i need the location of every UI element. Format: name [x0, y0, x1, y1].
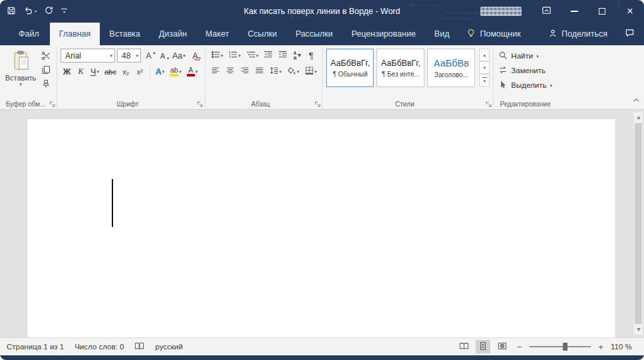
line-spacing-button[interactable]: ▾ [267, 65, 284, 79]
tab-mailings[interactable]: Рассылки [286, 23, 342, 45]
zoom-out-button[interactable]: − [514, 341, 525, 353]
style-normal[interactable]: АаБбВвГг, ¶ Обычный [326, 49, 374, 87]
font-color-swatch [187, 74, 195, 77]
redo-icon [44, 5, 54, 17]
select-button[interactable]: Выделить ▾ [497, 79, 554, 91]
clipboard-dialog-launcher[interactable] [48, 100, 56, 108]
zoom-slider[interactable] [530, 346, 591, 347]
feedback-button[interactable] [615, 23, 644, 45]
vertical-scrollbar[interactable] [633, 112, 643, 335]
tab-references[interactable]: Ссылки [238, 23, 286, 45]
maximize-button[interactable] [588, 0, 616, 23]
window-bottom-edge [0, 355, 644, 360]
font-color-button[interactable]: А ▾ [185, 65, 200, 79]
styles-group-label: Стили [323, 100, 486, 108]
clear-formatting-button[interactable]: А [189, 49, 202, 63]
save-button[interactable] [7, 6, 16, 17]
styles-scroll-up-button[interactable]: ▴ [479, 49, 490, 61]
font-size-dropdown-arrow: ▾ [136, 53, 138, 58]
share-button[interactable]: Поделиться [540, 23, 615, 45]
proofing-status-button[interactable] [134, 341, 144, 352]
tab-design[interactable]: Дизайн [150, 23, 196, 45]
format-painter-button[interactable] [39, 78, 53, 91]
shrink-font-button[interactable]: А▾ [156, 49, 169, 63]
bullets-dropdown-arrow: ▾ [221, 53, 224, 58]
minimize-button[interactable] [560, 0, 588, 23]
collapse-ribbon-button[interactable] [631, 94, 641, 107]
undo-button[interactable]: ▾ [23, 5, 37, 17]
style-normal-preview: АаБбВвГг, [331, 59, 370, 68]
align-left-button[interactable] [209, 65, 222, 79]
style-heading-1[interactable]: АаБбВв Заголово... [427, 49, 475, 87]
tab-file[interactable]: Файл [8, 23, 50, 45]
tab-home[interactable]: Главная [50, 23, 100, 45]
clipboard-group: Вставить ▾ [1, 47, 57, 109]
strikethrough-button[interactable]: abc [102, 65, 118, 79]
font-family-value: Arial [65, 51, 81, 61]
styles-scroll-down-button[interactable]: ▾ [479, 61, 490, 74]
font-dialog-launcher[interactable] [196, 100, 204, 108]
font-family-combo[interactable]: Arial ▾ [61, 49, 115, 63]
document-page[interactable] [27, 118, 616, 337]
shading-dropdown-arrow: ▾ [297, 69, 299, 74]
shading-button[interactable]: ▾ [285, 65, 301, 79]
paragraph-dialog-launcher[interactable] [313, 100, 321, 108]
increase-indent-button[interactable] [276, 49, 289, 63]
language-indicator[interactable]: русский [155, 343, 182, 351]
web-layout-button[interactable] [495, 340, 510, 353]
redo-button[interactable] [44, 5, 54, 17]
lightbulb-icon [466, 29, 476, 40]
bullets-button[interactable]: ▾ [209, 49, 226, 63]
show-paragraph-marks-button[interactable]: ¶ [305, 49, 317, 63]
customize-quick-access-button[interactable]: ▾ [61, 9, 67, 15]
scroll-down-button[interactable] [634, 325, 643, 335]
italic-button[interactable]: К [75, 65, 87, 79]
numbering-button[interactable]: ▾ [226, 49, 243, 63]
statusbar-right: − + 110 % [456, 340, 636, 353]
find-button[interactable]: Найти ▾ [497, 50, 554, 62]
underline-button[interactable]: Ч ▾ [88, 65, 101, 79]
font-size-combo[interactable]: 48 ▾ [117, 49, 141, 63]
borders-button[interactable]: ▾ [303, 65, 319, 79]
zoom-level[interactable]: 110 % [611, 343, 636, 351]
font-divider [150, 66, 150, 78]
zoom-in-button[interactable]: + [595, 341, 606, 353]
scroll-up-button[interactable] [634, 112, 643, 122]
sort-button[interactable]: АЯ [291, 49, 303, 63]
tab-layout[interactable]: Макет [196, 23, 238, 45]
styles-dialog-launcher[interactable] [484, 100, 492, 108]
ribbon-display-options-button[interactable] [532, 0, 560, 23]
word-count[interactable]: Число слов: 0 [75, 343, 124, 351]
bold-button[interactable]: Ж [61, 65, 73, 79]
tab-review[interactable]: Рецензирование [342, 23, 425, 45]
subscript-button[interactable]: x₂ [120, 65, 132, 79]
multilevel-list-button[interactable]: ▾ [244, 49, 261, 63]
zoom-slider-thumb[interactable] [563, 343, 567, 351]
read-mode-button[interactable] [456, 340, 471, 353]
align-center-button[interactable] [224, 65, 237, 79]
styles-more-button[interactable]: ▾ [479, 74, 490, 87]
decrease-indent-button[interactable] [261, 49, 275, 63]
replace-button[interactable]: Заменить [497, 65, 554, 77]
sort-letter-a: А [293, 51, 297, 55]
page-indicator[interactable]: Страница 1 из 1 [7, 343, 64, 351]
style-no-spacing[interactable]: АаБбВвГг, ¶ Без инте... [377, 49, 424, 87]
grow-font-button[interactable]: А▴ [142, 49, 155, 63]
customize-dropdown-arrow: ▾ [63, 10, 65, 14]
align-right-button[interactable] [238, 65, 251, 79]
paste-button[interactable]: Вставить ▾ [5, 49, 37, 91]
change-case-button[interactable]: Aa ▾ [170, 49, 188, 63]
tell-me-assistant[interactable]: Помощник [458, 23, 528, 45]
cut-button[interactable] [39, 50, 53, 63]
print-layout-button[interactable] [476, 340, 490, 353]
copy-button[interactable] [39, 64, 53, 77]
close-button[interactable]: × [616, 0, 644, 23]
scrollbar-thumb[interactable] [635, 123, 642, 324]
text-effects-button[interactable]: А ▾ [154, 65, 167, 79]
superscript-button[interactable]: x² [134, 65, 146, 79]
tab-view[interactable]: Вид [425, 23, 459, 45]
highlight-color-button[interactable]: ab ▾ [168, 65, 184, 79]
justify-button[interactable] [253, 65, 266, 79]
tab-insert[interactable]: Вставка [100, 23, 149, 45]
titlebar: ▾ ▾ Как писать поверх линии в Ворде - Wo… [0, 0, 644, 23]
